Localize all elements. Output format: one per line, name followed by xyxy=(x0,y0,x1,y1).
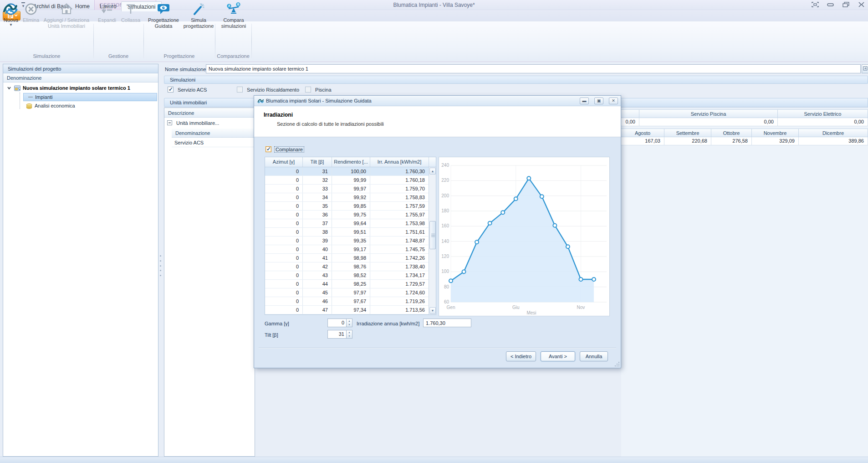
month-header-dicembre[interactable]: Dicembre xyxy=(799,129,868,137)
grid-row[interactable]: 03799,641.753,98 xyxy=(265,219,436,228)
grid-row[interactable]: 04697,671.719,26 xyxy=(265,297,436,306)
grid-header-tilt[interactable]: Tilt [β] xyxy=(303,157,332,167)
fullscreen-icon[interactable] xyxy=(812,2,819,7)
checkbox-servizio-acs[interactable]: Servizio ACS xyxy=(168,87,207,93)
chart-data-point[interactable] xyxy=(566,245,570,248)
minimize-icon[interactable] xyxy=(827,2,834,7)
avanti-button[interactable]: Avanti > xyxy=(541,351,575,361)
grid-row[interactable]: 03699,751.755,97 xyxy=(265,211,436,219)
grid-row[interactable]: 04099,171.745,75 xyxy=(265,245,436,254)
chart-data-point[interactable] xyxy=(592,278,596,281)
checkbox-icon[interactable] xyxy=(305,87,311,93)
dialog-minimize-icon[interactable]: ▬ xyxy=(580,98,589,104)
progettazione-guidata-button[interactable]: Progettazione Guidata xyxy=(145,1,182,39)
spinner-arrows-icon[interactable]: ▲▼ xyxy=(347,319,352,327)
month-header-ottobre[interactable]: Ottobre xyxy=(711,129,752,137)
grid-header-rendimento[interactable]: Rendimento [... xyxy=(332,157,370,167)
spinner-arrows-icon[interactable]: ▲▼ xyxy=(347,330,352,339)
grid-row[interactable]: 03399,971.759,70 xyxy=(265,185,436,193)
results-header-servizio-elettrico[interactable]: Servizio Elettrico xyxy=(778,109,868,118)
status-strip xyxy=(0,457,868,463)
espandi-button[interactable]: Espandi xyxy=(95,1,119,39)
chart-data-point[interactable] xyxy=(514,197,518,201)
month-header-settembre[interactable]: Settembre xyxy=(664,129,711,137)
group-label-gestione: Gestione xyxy=(93,53,143,60)
grid-row[interactable]: 03899,511.751,61 xyxy=(265,228,436,237)
irradiazione-annua-field[interactable] xyxy=(423,319,471,327)
chart-data-point[interactable] xyxy=(501,211,505,214)
collassa-button[interactable]: Collassa xyxy=(119,1,142,39)
dialog-maximize-icon[interactable]: ▣ xyxy=(594,98,603,104)
chart-data-point[interactable] xyxy=(553,224,557,227)
grid-header-irr-annua[interactable]: Irr. Annua [kWh/m2] xyxy=(370,157,429,167)
scroll-up-icon[interactable]: ▲ xyxy=(429,168,436,175)
grid-row[interactable]: 04198,981.742,26 xyxy=(265,254,436,262)
expander-icon[interactable] xyxy=(7,86,11,90)
grid-scrollbar[interactable]: ▲ ▼ xyxy=(429,167,436,314)
expand-field-button[interactable] xyxy=(862,64,868,73)
simulation-name-input[interactable] xyxy=(206,64,861,73)
chart-data-point[interactable] xyxy=(475,240,479,244)
chart-data-point[interactable] xyxy=(462,270,466,273)
grid-row[interactable]: 04398,521.734,17 xyxy=(265,271,436,280)
column-header-denominazione[interactable]: Denominazione xyxy=(3,73,158,82)
grid-row[interactable]: 04298,761.738,40 xyxy=(265,262,436,271)
unita-immobiliari-header: Unità immobiliari xyxy=(164,98,255,107)
grid-cell: 36 xyxy=(303,211,332,219)
grid-row[interactable]: 03299,991.760,18 xyxy=(265,176,436,185)
checkbox-icon[interactable] xyxy=(168,87,174,93)
unita-row-servizio-acs[interactable]: Servizio ACS xyxy=(172,138,255,147)
elimina-button[interactable]: Elimina xyxy=(21,1,41,39)
tree-item-root[interactable]: Nuova simulazione impianto solare termic… xyxy=(3,84,158,92)
svg-text:60: 60 xyxy=(444,299,449,304)
dialog-title-bar[interactable]: Blumatica impianti Solari - Simulazione … xyxy=(254,96,621,106)
grid-cell: 0 xyxy=(265,219,303,227)
grid-cell: 32 xyxy=(303,176,332,184)
checkbox-icon[interactable] xyxy=(266,146,271,152)
scroll-down-icon[interactable]: ▼ xyxy=(429,307,436,314)
month-header-agosto[interactable]: Agosto xyxy=(621,129,664,137)
checkbox-servizio-riscaldamento[interactable]: Servizio Riscaldamento xyxy=(237,87,299,93)
simula-progettazione-button[interactable]: Simula progettazione xyxy=(183,1,214,39)
dialog-close-icon[interactable]: ✕ xyxy=(609,98,618,104)
collapse-box-icon[interactable] xyxy=(167,120,172,125)
indietro-button[interactable]: < Indietro xyxy=(506,351,536,361)
svg-text:220: 220 xyxy=(441,178,449,183)
checkbox-complanare[interactable]: Complanare xyxy=(266,146,304,152)
grid-row[interactable]: 04597,971.724,60 xyxy=(265,288,436,297)
checkbox-piscina[interactable]: Piscina xyxy=(305,87,332,93)
results-header-partial xyxy=(621,109,639,118)
grid-row[interactable]: 031100,001.760,30 xyxy=(265,167,436,176)
month-header-novembre[interactable]: Novembre xyxy=(752,129,799,137)
tree-item-impianti[interactable]: Impianti xyxy=(23,93,157,101)
close-icon[interactable] xyxy=(858,2,865,7)
splitter-grip[interactable] xyxy=(159,255,162,276)
irradiation-chart: 6080100120140160180200220240GenGiuNovMes… xyxy=(439,157,610,316)
chart-data-point[interactable] xyxy=(449,279,453,283)
unita-group-row[interactable]: Unità immobiliare... xyxy=(164,118,255,128)
chart-data-point[interactable] xyxy=(579,278,582,281)
chart-data-point[interactable] xyxy=(527,176,531,180)
grid-row[interactable]: 03599,851.757,59 xyxy=(265,202,436,211)
resize-grip[interactable] xyxy=(615,362,619,366)
grid-row[interactable]: 04498,251.729,57 xyxy=(265,280,436,288)
grid-row[interactable]: 04797,341.713,56 xyxy=(265,306,436,314)
column-header-descrizione[interactable]: Descrizione xyxy=(164,108,255,118)
checkbox-icon[interactable] xyxy=(237,87,243,93)
grid-row[interactable]: 03999,351.748,87 xyxy=(265,237,436,245)
compara-simulazioni-button[interactable]: AB Compara simulazioni xyxy=(217,1,250,39)
grid-row[interactable]: 03499,921.758,83 xyxy=(265,193,436,202)
aggiungi-seleziona-button[interactable]: Aggiungi / Seleziona Unità Immobiliari xyxy=(41,1,92,39)
results-header-servizio-piscina[interactable]: Servizio Piscina xyxy=(639,109,778,118)
chart-data-point[interactable] xyxy=(540,195,544,198)
results-value: 0,00 xyxy=(621,118,639,126)
chart-data-point[interactable] xyxy=(488,221,492,225)
grid-cell: 99,97 xyxy=(332,185,370,193)
annulla-button[interactable]: Annulla xyxy=(580,351,608,361)
grid-cell: 0 xyxy=(265,297,303,305)
grid-header-azimut[interactable]: Azimut [γ] xyxy=(265,157,303,167)
maximize-icon[interactable] xyxy=(842,2,850,7)
sub-header-denominazione[interactable]: Denominazione xyxy=(172,129,255,138)
scrollbar-thumb[interactable] xyxy=(429,221,436,249)
tree-item-analisi-economica[interactable]: Analisi economica xyxy=(23,102,158,110)
